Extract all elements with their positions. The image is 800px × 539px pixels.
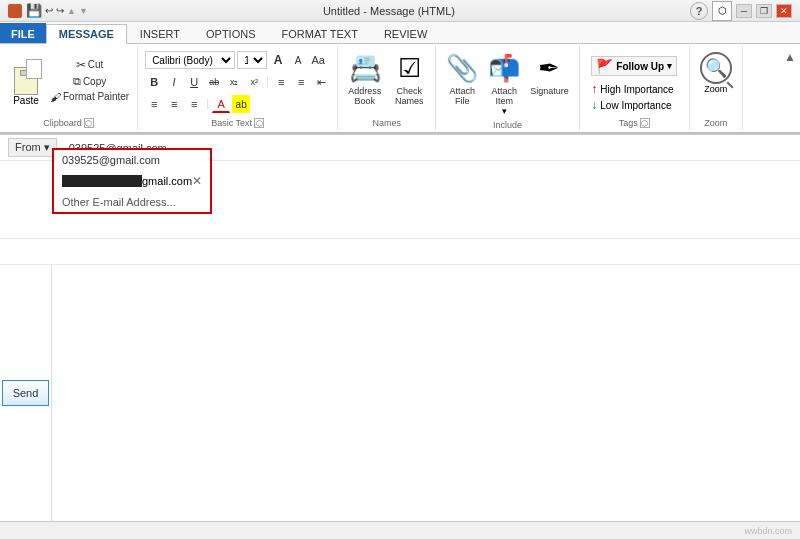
grow-font-button[interactable]: A <box>269 51 287 69</box>
numbering-button[interactable]: ≡ <box>292 73 310 91</box>
save-button[interactable]: 💾 <box>26 3 42 18</box>
compose-wrapper: From ▾ 039525@gmail.com 039525@gmail.com… <box>0 134 800 521</box>
names-content: 📇 Address Book ☑ Check Names <box>344 48 429 116</box>
attach-file-button[interactable]: 📎 Attach File <box>442 48 482 108</box>
dropdown-item-1[interactable]: 039525@gmail.com <box>54 150 210 170</box>
copy-label: Copy <box>83 76 106 87</box>
copy-button[interactable]: ⧉ Copy <box>48 74 131 89</box>
superscript-button[interactable]: x² <box>245 73 263 91</box>
redacted-text <box>62 175 142 187</box>
tab-review[interactable]: REVIEW <box>371 23 440 43</box>
format-painter-button[interactable]: 🖌 Format Painter <box>48 90 131 104</box>
from-dropdown[interactable]: 039525@gmail.com gmail.com ✕ Other E-mai… <box>52 148 212 214</box>
redo-button[interactable]: ↪ <box>56 5 64 16</box>
follow-up-button[interactable]: 🚩 Follow Up ▾ <box>591 56 677 76</box>
tags-content: 🚩 Follow Up ▾ ↑ High Importance ↓ Low Im… <box>591 48 677 116</box>
copy-icon: ⧉ <box>73 75 81 88</box>
font-color-button[interactable]: A <box>212 95 230 113</box>
high-importance-icon: ↑ <box>591 82 597 96</box>
format-row: B I U ab x₂ x² ≡ ≡ ⇤ <box>145 73 330 91</box>
from-button[interactable]: From ▾ <box>8 138 57 157</box>
address-book-button[interactable]: 📇 Address Book <box>344 48 385 108</box>
basic-text-label: Basic Text ⬡ <box>211 118 264 128</box>
tab-message[interactable]: MESSAGE <box>46 24 127 44</box>
zoom-group-label: Zoom <box>704 118 727 128</box>
strikethrough-button[interactable]: ab <box>205 73 223 91</box>
font-size-dropdown[interactable]: 11 <box>237 51 267 69</box>
quick-access-arrow-up[interactable]: ▲ <box>67 6 76 16</box>
subscript-button[interactable]: x₂ <box>225 73 243 91</box>
underline-button[interactable]: U <box>185 73 203 91</box>
attach-item-button[interactable]: 📬 Attach Item ▾ <box>484 48 524 118</box>
basic-text-content: Calibri (Body) 11 A A Aa B I U ab x₂ x² … <box>145 48 330 116</box>
email-body[interactable] <box>52 265 800 521</box>
tab-format-text[interactable]: FORMAT TEXT <box>269 23 371 43</box>
ribbon-group-tags: 🚩 Follow Up ▾ ↑ High Importance ↓ Low Im… <box>580 46 690 130</box>
align-row: ≡ ≡ ≡ A ab <box>145 95 250 113</box>
email-suffix: gmail.com <box>142 175 192 187</box>
send-button[interactable]: Send <box>2 380 50 406</box>
bold-button[interactable]: B <box>145 73 163 91</box>
tab-insert[interactable]: INSERT <box>127 23 193 43</box>
dropdown-close-button[interactable]: ✕ <box>192 174 202 188</box>
zoom-button[interactable]: 🔍 Zoom <box>696 48 736 98</box>
dropdown-item-other[interactable]: Other E-mail Address... <box>54 192 210 212</box>
app-icon <box>8 4 22 18</box>
high-importance-button[interactable]: ↑ High Importance <box>591 82 673 96</box>
shrink-font-button[interactable]: A <box>289 51 307 69</box>
tab-options[interactable]: OPTIONS <box>193 23 269 43</box>
watermark: wwbdn.com <box>744 526 792 536</box>
title-bar-controls: ? ⬡ ─ ❐ ✕ <box>690 1 792 21</box>
clipboard-group-content: Paste ✂ Cut ⧉ Copy <box>6 48 131 116</box>
basic-text-launcher[interactable]: ⬡ <box>254 118 264 128</box>
ribbon-tab-bar: FILE MESSAGE INSERT OPTIONS FORMAT TEXT … <box>0 22 800 44</box>
clipboard-launcher[interactable]: ⬡ <box>84 118 94 128</box>
from-label: From ▾ <box>15 141 50 154</box>
tags-launcher[interactable]: ⬡ <box>640 118 650 128</box>
minimize-button[interactable]: ─ <box>736 4 752 18</box>
subject-row <box>0 239 800 265</box>
font-row: Calibri (Body) 11 A A Aa <box>145 51 327 69</box>
signature-button[interactable]: ✒ Signature <box>526 48 573 98</box>
dropdown-item-2[interactable]: gmail.com ✕ <box>54 170 210 192</box>
ribbon-collapse[interactable]: ▲ <box>780 46 800 130</box>
font-family-dropdown[interactable]: Calibri (Body) <box>145 51 235 69</box>
cut-label: Cut <box>88 59 104 70</box>
clear-format-button[interactable]: Aa <box>309 51 327 69</box>
tags-group-label: Tags ⬡ <box>619 118 650 128</box>
undo-button[interactable]: ↩ <box>45 5 53 16</box>
align-right-button[interactable]: ≡ <box>185 95 203 113</box>
close-button[interactable]: ✕ <box>776 4 792 18</box>
bullets-button[interactable]: ≡ <box>272 73 290 91</box>
scissors-icon: ✂ <box>76 58 86 72</box>
restore-button[interactable]: ❐ <box>756 4 772 18</box>
tab-file[interactable]: FILE <box>0 23 46 43</box>
zoom-label: Zoom <box>704 84 727 94</box>
title-bar-left: 💾 ↩ ↪ ▲ ▼ <box>8 3 88 18</box>
help-button[interactable]: ? <box>690 2 708 20</box>
highlight-button[interactable]: ab <box>232 95 250 113</box>
italic-button[interactable]: I <box>165 73 183 91</box>
low-importance-button[interactable]: ↓ Low Importance <box>591 98 671 112</box>
ribbon-group-include: 📎 Attach File 📬 Attach Item ▾ ✒ Signatur… <box>436 46 580 130</box>
clipboard-group-label: Clipboard ⬡ <box>43 118 94 128</box>
check-names-button[interactable]: ☑ Check Names <box>389 48 429 108</box>
ribbon: Paste ✂ Cut ⧉ Copy <box>0 44 800 134</box>
decrease-indent-button[interactable]: ⇤ <box>312 73 330 91</box>
format-painter-icon: 🖌 <box>50 91 61 103</box>
flag-icon: 🚩 <box>596 58 613 74</box>
format-painter-label: Format Painter <box>63 91 129 102</box>
names-group-label: Names <box>372 118 401 128</box>
ribbon-group-zoom: 🔍 Zoom Zoom <box>690 46 743 130</box>
sep1 <box>267 77 268 87</box>
low-importance-icon: ↓ <box>591 98 597 112</box>
sep2 <box>207 99 208 109</box>
align-left-button[interactable]: ≡ <box>145 95 163 113</box>
quick-access-arrow-down[interactable]: ▼ <box>79 6 88 16</box>
expand-ribbon-button[interactable]: ⬡ <box>712 1 732 21</box>
align-center-button[interactable]: ≡ <box>165 95 183 113</box>
paste-button[interactable]: Paste <box>6 57 46 108</box>
cut-button[interactable]: ✂ Cut <box>48 57 131 73</box>
zoom-content: 🔍 Zoom <box>696 48 736 116</box>
attach-item-icon: 📬 <box>488 50 520 86</box>
